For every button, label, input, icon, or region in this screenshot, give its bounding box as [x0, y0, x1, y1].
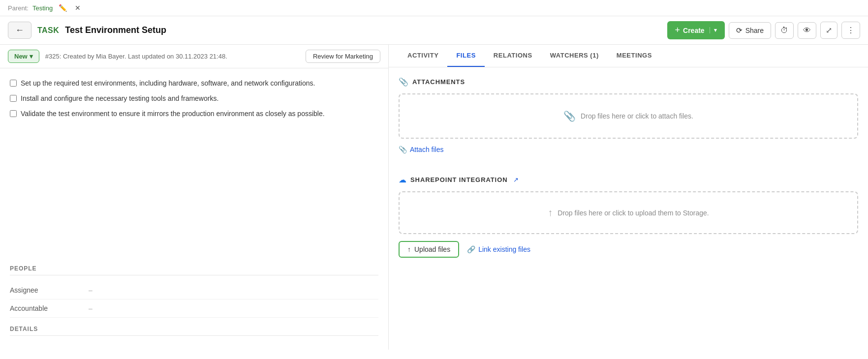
checklist: Set up the required test environments, i… — [10, 78, 378, 119]
create-button[interactable]: + Create ▾ — [667, 21, 725, 39]
attachments-header: 📎 ATTACHMENTS — [399, 77, 858, 87]
tabs-bar: ACTIVITY FILES RELATIONS WATCHERS (1) ME… — [389, 45, 868, 67]
details-section-title: DETAILS — [10, 326, 378, 336]
attach-files-link[interactable]: 📎 Attach files — [399, 146, 443, 153]
link-icon: 🔗 — [467, 245, 475, 253]
task-title: Test Environment Setup — [65, 25, 166, 35]
assignee-label: Assignee — [10, 286, 89, 294]
share-icon: ⟳ — [736, 26, 743, 35]
parent-label: Parent: — [8, 4, 29, 12]
task-body: Set up the required test environments, i… — [0, 68, 388, 260]
status-label: New — [14, 53, 28, 60]
header-actions: + Create ▾ ⟳ Share ⏱ 👁 ⤢ ⋮ — [667, 21, 860, 39]
checklist-text-2: Install and configure the necessary test… — [21, 93, 218, 104]
checklist-text-1: Set up the required test environments, i… — [21, 78, 315, 89]
plus-icon: + — [675, 25, 681, 35]
accountable-label: Accountable — [10, 304, 89, 312]
link-existing-label: Link existing files — [478, 245, 530, 253]
task-meta: #325: Created by Mia Bayer. Last updated… — [45, 53, 227, 60]
upload-icon: ↑ — [407, 245, 411, 253]
people-section: PEOPLE Assignee – Accountable – — [0, 260, 388, 326]
sharepoint-header: ☁ SHAREPOINT INTEGRATION ↗ — [399, 175, 858, 184]
cloud-icon: ☁ — [399, 175, 406, 184]
watch-button[interactable]: 👁 — [798, 22, 816, 39]
share-label: Share — [745, 27, 764, 34]
sharepoint-drop-zone[interactable]: ↑ Drop files here or click to upload the… — [399, 191, 858, 234]
history-button[interactable]: ⏱ — [775, 22, 794, 39]
accountable-value[interactable]: – — [89, 304, 93, 312]
parent-bar: Parent: Testing ✏️ ✕ — [0, 0, 868, 16]
edit-parent-button[interactable]: ✏️ — [57, 3, 69, 13]
accountable-row: Accountable – — [10, 299, 378, 318]
checklist-text-3: Validate the test environment to ensure … — [21, 109, 325, 119]
checklist-item-3: Validate the test environment to ensure … — [10, 109, 378, 119]
attachments-section: 📎 ATTACHMENTS 📎 Drop files here or click… — [399, 77, 858, 165]
more-options-button[interactable]: ⋮ — [841, 22, 860, 39]
sharepoint-section: ☁ SHAREPOINT INTEGRATION ↗ ↑ Drop files … — [399, 175, 858, 258]
content-area: New ▾ #325: Created by Mia Bayer. Last u… — [0, 45, 868, 350]
assignee-value[interactable]: – — [89, 286, 93, 294]
create-label: Create — [683, 27, 705, 34]
left-panel: New ▾ #325: Created by Mia Bayer. Last u… — [0, 45, 389, 350]
sprint-badge[interactable]: Review for Marketing — [306, 50, 380, 63]
sharepoint-title: SHAREPOINT INTEGRATION — [410, 176, 507, 183]
assignee-row: Assignee – — [10, 281, 378, 299]
attachments-drop-label: Drop files here or click to attach files… — [581, 112, 693, 120]
checklist-checkbox-1[interactable] — [10, 80, 17, 87]
tab-activity[interactable]: ACTIVITY — [399, 45, 447, 67]
status-dropdown-arrow: ▾ — [30, 53, 33, 60]
task-type-label: TASK — [37, 26, 59, 35]
attachments-drop-zone[interactable]: 📎 Drop files here or click to attach fil… — [399, 93, 858, 139]
sharepoint-drop-label: Drop files here or click to upload them … — [558, 209, 709, 217]
create-dropdown-arrow[interactable]: ▾ — [710, 27, 717, 33]
task-header: ← TASK Test Environment Setup + Create ▾… — [0, 16, 868, 45]
upload-drop-icon: ↑ — [548, 207, 553, 218]
back-button[interactable]: ← — [8, 22, 31, 39]
remove-parent-button[interactable]: ✕ — [73, 3, 83, 13]
attach-link-icon: 📎 — [399, 146, 407, 153]
external-link-icon[interactable]: ↗ — [513, 176, 519, 183]
checklist-item-2: Install and configure the necessary test… — [10, 93, 378, 104]
tab-meetings[interactable]: MEETINGS — [608, 45, 661, 67]
tab-files[interactable]: FILES — [447, 45, 484, 67]
attach-drop-icon: 📎 — [563, 110, 576, 122]
link-existing-files-link[interactable]: 🔗 Link existing files — [467, 245, 530, 253]
upload-label: Upload files — [414, 245, 450, 253]
attach-link-label: Attach files — [410, 146, 443, 153]
tab-watchers[interactable]: WATCHERS (1) — [541, 45, 608, 67]
fullscreen-button[interactable]: ⤢ — [820, 22, 837, 39]
right-panel: ACTIVITY FILES RELATIONS WATCHERS (1) ME… — [389, 45, 868, 350]
checklist-item-1: Set up the required test environments, i… — [10, 78, 378, 89]
upload-files-button[interactable]: ↑ Upload files — [399, 241, 459, 258]
details-section: DETAILS — [0, 326, 388, 350]
people-section-title: PEOPLE — [10, 265, 378, 275]
sharepoint-actions: ↑ Upload files 🔗 Link existing files — [399, 241, 858, 258]
status-badge[interactable]: New ▾ — [8, 50, 39, 63]
checklist-checkbox-2[interactable] — [10, 95, 17, 102]
status-bar: New ▾ #325: Created by Mia Bayer. Last u… — [0, 45, 388, 68]
share-button[interactable]: ⟳ Share — [729, 22, 771, 39]
panel-body: 📎 ATTACHMENTS 📎 Drop files here or click… — [389, 67, 868, 268]
tab-relations[interactable]: RELATIONS — [485, 45, 541, 67]
parent-link[interactable]: Testing — [32, 4, 53, 12]
checklist-checkbox-3[interactable] — [10, 110, 17, 117]
paperclip-icon: 📎 — [399, 77, 408, 87]
attachments-title: ATTACHMENTS — [412, 78, 465, 86]
